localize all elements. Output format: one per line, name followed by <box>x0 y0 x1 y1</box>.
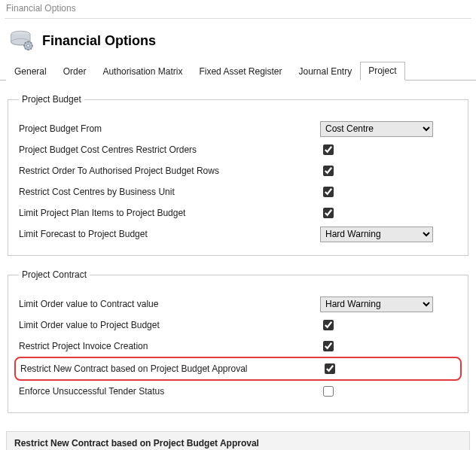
checkbox-restrict-authorised-rows[interactable] <box>323 166 334 176</box>
label-limit-order-contract: Limit Order value to Contract value <box>19 299 320 309</box>
row-restrict-invoice: Restrict Project Invoice Creation <box>19 336 457 357</box>
tab-content-project: Project Budget Project Budget From Cost … <box>0 81 476 430</box>
label-restrict-authorised-rows: Restrict Order To Authorised Project Bud… <box>19 166 320 176</box>
checkbox-limit-plan-items[interactable] <box>323 208 334 218</box>
window-title: Financial Options <box>0 0 476 18</box>
group-project-contract: Project Contract Limit Order value to Co… <box>8 269 468 413</box>
row-cc-restrict-orders: Project Budget Cost Centres Restrict Ord… <box>19 139 457 160</box>
label-project-budget-from: Project Budget From <box>19 123 320 134</box>
select-limit-order-contract[interactable]: Hard Warning <box>320 296 433 312</box>
group-legend-contract: Project Contract <box>19 269 90 280</box>
row-restrict-cc-bu: Restrict Cost Centres by Business Unit <box>19 181 457 202</box>
description-panel: Restrict New Contract based on Project B… <box>6 431 470 450</box>
row-enforce-tender: Enforce Unsuccessful Tender Status <box>19 381 457 402</box>
checkbox-enforce-tender[interactable] <box>323 386 334 397</box>
label-limit-forecast: Limit Forecast to Project Budget <box>19 229 320 239</box>
row-restrict-new-contract: Restrict New Contract based on Project B… <box>14 357 462 381</box>
tab-project[interactable]: Project <box>360 62 404 81</box>
label-limit-plan-items: Limit Project Plan Items to Project Budg… <box>19 208 320 218</box>
row-restrict-authorised-rows: Restrict Order To Authorised Project Bud… <box>19 160 457 181</box>
checkbox-limit-order-budget[interactable] <box>323 320 334 330</box>
label-enforce-tender: Enforce Unsuccessful Tender Status <box>19 386 320 397</box>
tab-fixed-asset-register[interactable]: Fixed Asset Register <box>191 62 290 81</box>
description-title: Restrict New Contract based on Project B… <box>14 438 462 448</box>
tab-bar: General Order Authorisation Matrix Fixed… <box>0 55 476 81</box>
row-limit-order-budget: Limit Order value to Project Budget <box>19 315 457 336</box>
checkbox-restrict-invoice[interactable] <box>323 341 334 351</box>
checkbox-restrict-new-contract[interactable] <box>325 363 335 374</box>
row-limit-order-contract: Limit Order value to Contract value Hard… <box>19 293 457 315</box>
tab-journal-entry[interactable]: Journal Entry <box>290 62 360 81</box>
checkbox-restrict-cc-bu[interactable] <box>323 187 334 197</box>
tab-authorisation-matrix[interactable]: Authorisation Matrix <box>94 62 191 81</box>
page-heading: Financial Options <box>42 33 156 49</box>
row-limit-plan-items: Limit Project Plan Items to Project Budg… <box>19 202 457 223</box>
row-limit-forecast: Limit Forecast to Project Budget Hard Wa… <box>19 223 457 245</box>
page-header: Financial Options <box>0 23 476 55</box>
divider <box>5 18 471 19</box>
row-project-budget-from: Project Budget From Cost Centre <box>19 118 457 139</box>
tab-general[interactable]: General <box>6 62 55 81</box>
group-legend-budget: Project Budget <box>19 94 84 105</box>
label-limit-order-budget: Limit Order value to Project Budget <box>19 320 320 330</box>
label-restrict-new-contract: Restrict New Contract based on Project B… <box>20 363 322 374</box>
select-project-budget-from[interactable]: Cost Centre <box>320 121 433 137</box>
label-restrict-invoice: Restrict Project Invoice Creation <box>19 341 320 351</box>
label-restrict-cc-bu: Restrict Cost Centres by Business Unit <box>19 187 320 197</box>
select-limit-forecast[interactable]: Hard Warning <box>320 227 433 242</box>
group-project-budget: Project Budget Project Budget From Cost … <box>8 94 468 256</box>
checkbox-cc-restrict-orders[interactable] <box>323 144 334 155</box>
svg-point-3 <box>27 44 30 47</box>
label-cc-restrict-orders: Project Budget Cost Centres Restrict Ord… <box>19 144 320 155</box>
database-gear-icon <box>9 29 35 52</box>
tab-order[interactable]: Order <box>55 62 95 81</box>
